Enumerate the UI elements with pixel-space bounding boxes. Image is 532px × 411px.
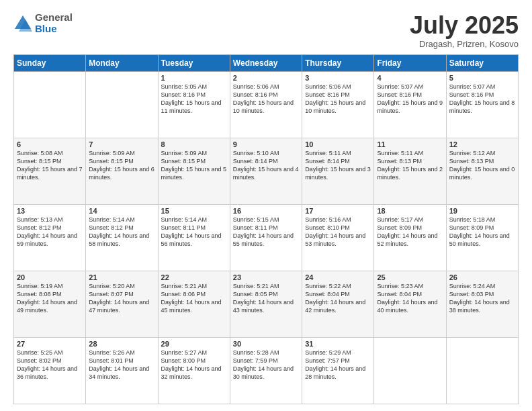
- logo-icon: [13, 14, 32, 33]
- day-number: 3: [305, 74, 371, 82]
- page: General Blue July 2025 Dragash, Prizren,…: [0, 0, 532, 411]
- weekday-header-thursday: Thursday: [302, 54, 374, 71]
- day-info: Sunrise: 5:26 AMSunset: 8:01 PMDaylight:…: [89, 349, 154, 381]
- day-info: Sunrise: 5:19 AMSunset: 8:08 PMDaylight:…: [17, 282, 83, 315]
- weekday-header-wednesday: Wednesday: [230, 54, 302, 71]
- day-number: 30: [233, 340, 299, 348]
- logo-text: General Blue: [35, 12, 73, 34]
- day-info: Sunrise: 5:07 AMSunset: 8:16 PMDaylight:…: [449, 83, 515, 116]
- calendar-cell: 7Sunrise: 5:09 AMSunset: 8:15 PMDaylight…: [86, 138, 158, 204]
- day-number: 24: [305, 273, 371, 281]
- title-block: July 2025 Dragash, Prizren, Kosovo: [410, 12, 519, 49]
- day-info: Sunrise: 5:20 AMSunset: 8:07 PMDaylight:…: [89, 282, 154, 315]
- day-number: 23: [233, 273, 299, 281]
- day-number: 19: [449, 207, 515, 215]
- day-number: 6: [17, 140, 83, 148]
- day-number: 9: [233, 140, 299, 148]
- header: General Blue July 2025 Dragash, Prizren,…: [13, 12, 519, 49]
- day-info: Sunrise: 5:11 AMSunset: 8:14 PMDaylight:…: [305, 149, 371, 182]
- day-number: 31: [305, 340, 371, 348]
- calendar-cell: 12Sunrise: 5:12 AMSunset: 8:13 PMDayligh…: [446, 138, 518, 204]
- day-number: 21: [89, 273, 154, 281]
- calendar-cell: 22Sunrise: 5:21 AMSunset: 8:06 PMDayligh…: [158, 271, 230, 337]
- weekday-header-tuesday: Tuesday: [158, 54, 230, 71]
- weekday-header-monday: Monday: [86, 54, 158, 71]
- calendar-cell: 8Sunrise: 5:09 AMSunset: 8:15 PMDaylight…: [158, 138, 230, 204]
- weekday-header-friday: Friday: [374, 54, 446, 71]
- day-number: 16: [233, 207, 299, 215]
- weekday-header-sunday: Sunday: [14, 54, 86, 71]
- weekday-header-row: SundayMondayTuesdayWednesdayThursdayFrid…: [14, 54, 519, 71]
- day-info: Sunrise: 5:18 AMSunset: 8:09 PMDaylight:…: [449, 216, 515, 248]
- day-number: 15: [161, 207, 227, 215]
- logo: General Blue: [13, 12, 73, 34]
- logo-general: General: [35, 11, 73, 23]
- calendar-week-row: 6Sunrise: 5:08 AMSunset: 8:15 PMDaylight…: [14, 138, 519, 204]
- calendar-cell: 26Sunrise: 5:24 AMSunset: 8:03 PMDayligh…: [446, 271, 518, 337]
- calendar-cell: 13Sunrise: 5:13 AMSunset: 8:12 PMDayligh…: [14, 204, 86, 271]
- calendar-week-row: 27Sunrise: 5:25 AMSunset: 8:02 PMDayligh…: [14, 337, 519, 404]
- calendar-cell: 18Sunrise: 5:17 AMSunset: 8:09 PMDayligh…: [374, 204, 446, 271]
- day-info: Sunrise: 5:08 AMSunset: 8:15 PMDaylight:…: [17, 149, 83, 182]
- calendar-cell: 5Sunrise: 5:07 AMSunset: 8:16 PMDaylight…: [446, 71, 518, 138]
- calendar-cell: 20Sunrise: 5:19 AMSunset: 8:08 PMDayligh…: [14, 271, 86, 337]
- day-info: Sunrise: 5:14 AMSunset: 8:11 PMDaylight:…: [161, 216, 227, 248]
- day-number: 10: [305, 140, 371, 148]
- calendar-cell: 29Sunrise: 5:27 AMSunset: 8:00 PMDayligh…: [158, 337, 230, 404]
- calendar-cell: 21Sunrise: 5:20 AMSunset: 8:07 PMDayligh…: [86, 271, 158, 337]
- day-number: 2: [233, 74, 299, 82]
- calendar-cell: 6Sunrise: 5:08 AMSunset: 8:15 PMDaylight…: [14, 138, 86, 204]
- day-info: Sunrise: 5:09 AMSunset: 8:15 PMDaylight:…: [89, 149, 154, 182]
- day-info: Sunrise: 5:25 AMSunset: 8:02 PMDaylight:…: [17, 349, 83, 381]
- calendar-cell: 10Sunrise: 5:11 AMSunset: 8:14 PMDayligh…: [302, 138, 374, 204]
- day-number: 22: [161, 273, 227, 281]
- calendar-cell: 23Sunrise: 5:21 AMSunset: 8:05 PMDayligh…: [230, 271, 302, 337]
- day-number: 8: [161, 140, 227, 148]
- calendar-cell: 27Sunrise: 5:25 AMSunset: 8:02 PMDayligh…: [14, 337, 86, 404]
- calendar-cell: 15Sunrise: 5:14 AMSunset: 8:11 PMDayligh…: [158, 204, 230, 271]
- weekday-header-saturday: Saturday: [446, 54, 518, 71]
- day-info: Sunrise: 5:13 AMSunset: 8:12 PMDaylight:…: [17, 216, 83, 248]
- day-info: Sunrise: 5:24 AMSunset: 8:03 PMDaylight:…: [449, 282, 515, 315]
- calendar-cell: 2Sunrise: 5:06 AMSunset: 8:16 PMDaylight…: [230, 71, 302, 138]
- calendar-week-row: 1Sunrise: 5:05 AMSunset: 8:16 PMDaylight…: [14, 71, 519, 138]
- day-number: 17: [305, 207, 371, 215]
- day-number: 14: [89, 207, 154, 215]
- day-number: 29: [161, 340, 227, 348]
- day-info: Sunrise: 5:06 AMSunset: 8:16 PMDaylight:…: [305, 83, 371, 116]
- day-number: 28: [89, 340, 154, 348]
- day-number: 18: [377, 207, 443, 215]
- day-info: Sunrise: 5:10 AMSunset: 8:14 PMDaylight:…: [233, 149, 299, 182]
- calendar-cell: 14Sunrise: 5:14 AMSunset: 8:12 PMDayligh…: [86, 204, 158, 271]
- calendar-cell: [374, 337, 446, 404]
- calendar-cell: 24Sunrise: 5:22 AMSunset: 8:04 PMDayligh…: [302, 271, 374, 337]
- calendar-cell: [14, 71, 86, 138]
- day-info: Sunrise: 5:29 AMSunset: 7:57 PMDaylight:…: [305, 349, 371, 381]
- day-info: Sunrise: 5:12 AMSunset: 8:13 PMDaylight:…: [449, 149, 515, 182]
- day-number: 1: [161, 74, 227, 82]
- day-number: 7: [89, 140, 154, 148]
- day-info: Sunrise: 5:23 AMSunset: 8:04 PMDaylight:…: [377, 282, 443, 315]
- calendar-cell: 1Sunrise: 5:05 AMSunset: 8:16 PMDaylight…: [158, 71, 230, 138]
- day-number: 26: [449, 273, 515, 281]
- day-info: Sunrise: 5:16 AMSunset: 8:10 PMDaylight:…: [305, 216, 371, 248]
- calendar-cell: 11Sunrise: 5:11 AMSunset: 8:13 PMDayligh…: [374, 138, 446, 204]
- calendar-cell: 19Sunrise: 5:18 AMSunset: 8:09 PMDayligh…: [446, 204, 518, 271]
- day-info: Sunrise: 5:28 AMSunset: 7:59 PMDaylight:…: [233, 349, 299, 381]
- day-info: Sunrise: 5:22 AMSunset: 8:04 PMDaylight:…: [305, 282, 371, 315]
- calendar-cell: 28Sunrise: 5:26 AMSunset: 8:01 PMDayligh…: [86, 337, 158, 404]
- day-number: 5: [449, 74, 515, 82]
- month-title: July 2025: [410, 12, 519, 39]
- day-info: Sunrise: 5:17 AMSunset: 8:09 PMDaylight:…: [377, 216, 443, 248]
- logo-blue: Blue: [35, 23, 57, 34]
- calendar-cell: 3Sunrise: 5:06 AMSunset: 8:16 PMDaylight…: [302, 71, 374, 138]
- day-info: Sunrise: 5:15 AMSunset: 8:11 PMDaylight:…: [233, 216, 299, 248]
- calendar-cell: 25Sunrise: 5:23 AMSunset: 8:04 PMDayligh…: [374, 271, 446, 337]
- day-info: Sunrise: 5:05 AMSunset: 8:16 PMDaylight:…: [161, 83, 227, 116]
- day-info: Sunrise: 5:27 AMSunset: 8:00 PMDaylight:…: [161, 349, 227, 381]
- day-number: 25: [377, 273, 443, 281]
- day-info: Sunrise: 5:14 AMSunset: 8:12 PMDaylight:…: [89, 216, 154, 248]
- calendar-cell: 4Sunrise: 5:07 AMSunset: 8:16 PMDaylight…: [374, 71, 446, 138]
- day-info: Sunrise: 5:06 AMSunset: 8:16 PMDaylight:…: [233, 83, 299, 116]
- day-info: Sunrise: 5:07 AMSunset: 8:16 PMDaylight:…: [377, 83, 443, 116]
